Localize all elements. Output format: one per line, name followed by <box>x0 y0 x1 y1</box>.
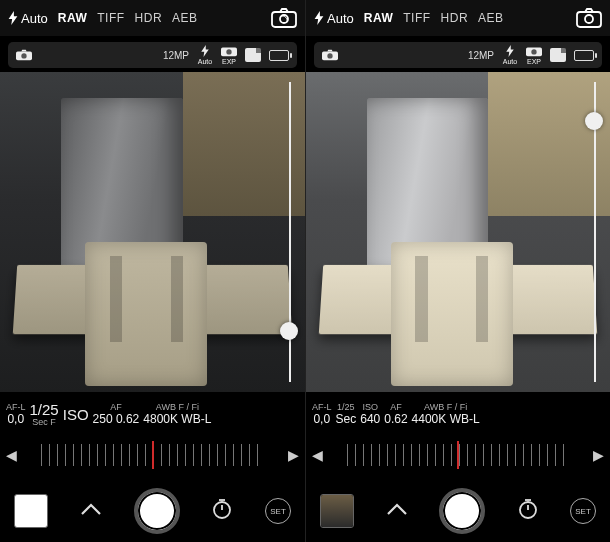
settings-button-label: SET <box>575 507 591 516</box>
format-raw[interactable]: RAW <box>58 11 88 25</box>
switch-camera-button[interactable] <box>271 8 297 28</box>
exposure-setting[interactable]: EXP <box>526 45 542 65</box>
ruler-ticks[interactable] <box>347 444 569 466</box>
bottom-bar: SET <box>0 480 305 542</box>
gallery-thumbnail[interactable] <box>320 494 354 528</box>
param-af[interactable]: AF0.62 <box>384 403 407 426</box>
arrow-right-icon[interactable]: ▶ <box>587 447 610 463</box>
svg-point-3 <box>21 53 26 58</box>
svg-point-12 <box>531 49 536 54</box>
flash-mode[interactable]: Auto <box>8 11 48 26</box>
chevron-up-icon <box>80 502 102 516</box>
resolution-label[interactable]: 12MP <box>163 50 189 61</box>
photo-preview <box>0 72 305 392</box>
exposure-slider-knob[interactable] <box>585 112 603 130</box>
exposure-setting[interactable]: EXP <box>221 45 237 65</box>
shutter-button[interactable] <box>134 488 180 534</box>
shutter-button[interactable] <box>439 488 485 534</box>
svg-point-10 <box>327 53 332 58</box>
format-hdr[interactable]: HDR <box>441 11 469 25</box>
bottom-bar: SET <box>306 480 610 542</box>
svg-point-5 <box>226 49 231 54</box>
flash-mode[interactable]: Auto <box>314 11 354 26</box>
flash-setting[interactable]: Auto <box>502 45 518 65</box>
menu-up-button[interactable] <box>80 502 102 520</box>
format-aeb[interactable]: AEB <box>172 11 198 25</box>
settings-strip: AF-L0,0 1/25Sec F ISO AF250 0.62 AWB F /… <box>0 395 305 435</box>
flash-sub-label: Auto <box>198 58 212 65</box>
self-timer-button[interactable] <box>517 498 539 524</box>
switch-camera-icon <box>576 8 602 28</box>
battery-icon <box>574 50 594 61</box>
flash-setting[interactable]: Auto <box>197 45 213 65</box>
exp-sub-label: EXP <box>222 58 236 65</box>
battery-icon <box>269 50 289 61</box>
param-afl[interactable]: AF-L0,0 <box>312 403 332 426</box>
toolbar-secondary: 12MP Auto EXP <box>314 42 602 68</box>
dial-ruler[interactable]: ◀ ▶ <box>0 440 305 470</box>
arrow-left-icon[interactable]: ◀ <box>0 447 23 463</box>
flash-small-icon <box>197 45 213 57</box>
camera-icon <box>16 49 32 61</box>
settings-button[interactable]: SET <box>570 498 596 524</box>
flash-mode-label: Auto <box>21 11 48 26</box>
resolution-label[interactable]: 12MP <box>468 50 494 61</box>
photo-preview <box>306 72 610 392</box>
arrow-left-icon[interactable]: ◀ <box>306 447 329 463</box>
chevron-up-icon <box>386 502 408 516</box>
timer-icon <box>211 498 233 520</box>
storage-icon[interactable] <box>245 48 261 62</box>
camera-small-icon <box>526 45 542 57</box>
ruler-ticks[interactable] <box>41 444 264 466</box>
flash-icon <box>8 11 18 25</box>
param-wb[interactable]: AWB F / Fi4400K WB-L <box>412 403 480 426</box>
top-strip: Auto RAW TIFF HDR AEB <box>0 0 305 36</box>
flash-mode-label: Auto <box>327 11 354 26</box>
format-raw[interactable]: RAW <box>364 11 394 25</box>
flash-small-icon <box>502 45 518 57</box>
viewfinder[interactable] <box>306 72 610 392</box>
camera-icon <box>322 49 338 61</box>
arrow-right-icon[interactable]: ▶ <box>282 447 305 463</box>
svg-point-8 <box>585 15 593 23</box>
param-shutter[interactable]: 1/25Sec <box>336 403 357 426</box>
flash-icon <box>314 11 324 25</box>
camera-small-icon <box>221 45 237 57</box>
settings-button[interactable]: SET <box>265 498 291 524</box>
toolbar-secondary: 12MP Auto EXP <box>8 42 297 68</box>
panel-left: Auto RAW TIFF HDR AEB 12MP Auto EXP <box>0 0 305 542</box>
settings-button-label: SET <box>270 507 286 516</box>
gallery-thumbnail[interactable] <box>14 494 48 528</box>
format-tiff[interactable]: TIFF <box>97 11 124 25</box>
flash-sub-label: Auto <box>503 58 517 65</box>
param-iso[interactable]: ISO <box>63 407 89 424</box>
format-aeb[interactable]: AEB <box>478 11 504 25</box>
format-hdr[interactable]: HDR <box>135 11 163 25</box>
format-tiff[interactable]: TIFF <box>403 11 430 25</box>
exp-sub-label: EXP <box>527 58 541 65</box>
param-iso[interactable]: ISO640 <box>360 403 380 426</box>
menu-up-button[interactable] <box>386 502 408 520</box>
self-timer-button[interactable] <box>211 498 233 524</box>
param-wb[interactable]: AWB F / Fi4800K WB-L <box>143 403 211 426</box>
panel-right: Auto RAW TIFF HDR AEB 12MP Auto EXP <box>305 0 610 542</box>
param-af[interactable]: AF250 0.62 <box>93 403 140 426</box>
viewfinder[interactable] <box>0 72 305 392</box>
exposure-slider-knob[interactable] <box>280 322 298 340</box>
switch-camera-icon <box>271 8 297 28</box>
dial-ruler[interactable]: ◀ ▶ <box>306 440 610 470</box>
camera-mode-button[interactable] <box>16 49 32 61</box>
storage-icon[interactable] <box>550 48 566 62</box>
timer-icon <box>517 498 539 520</box>
top-strip: Auto RAW TIFF HDR AEB <box>306 0 610 36</box>
settings-strip: AF-L0,0 1/25Sec ISO640 AF0.62 AWB F / Fi… <box>306 395 610 435</box>
param-afl[interactable]: AF-L0,0 <box>6 403 26 426</box>
camera-mode-button[interactable] <box>322 49 338 61</box>
param-shutter[interactable]: 1/25Sec F <box>30 402 59 428</box>
switch-camera-button[interactable] <box>576 8 602 28</box>
